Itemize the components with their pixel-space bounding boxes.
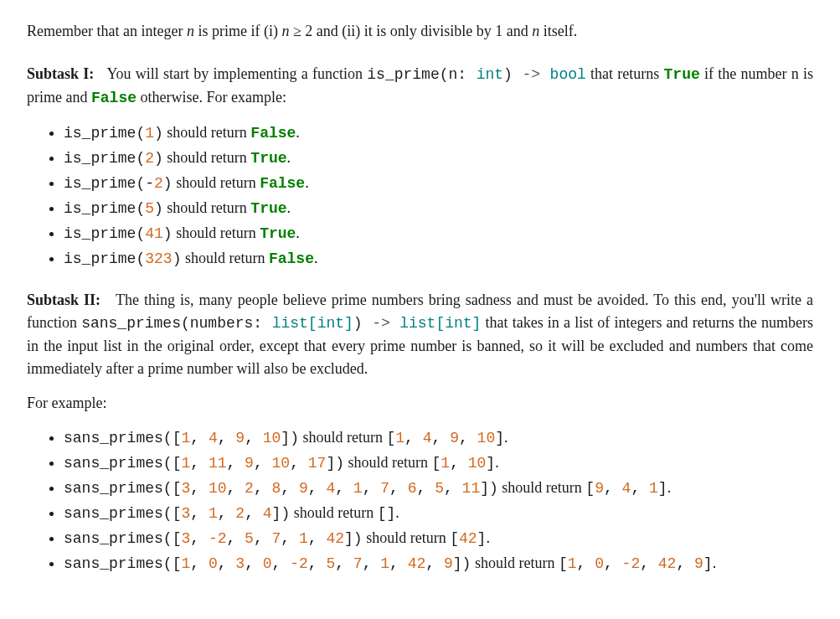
list-item: sans_primes([3, 10, 2, 8, 9, 4, 1, 7, 6,…	[64, 477, 813, 500]
for-example: For example:	[27, 392, 813, 415]
list-item: is_prime(323) should return False.	[64, 247, 813, 271]
subtask-1-label: Subtask I:	[27, 65, 94, 82]
list-item: sans_primes([3, 1, 2, 4]) should return …	[64, 502, 813, 525]
list-item: is_prime(5) should return True.	[64, 197, 813, 220]
list-item: sans_primes([1, 11, 9, 10, 17]) should r…	[64, 451, 813, 475]
subtask-2-lead: Subtask II: The thing is, many people be…	[27, 289, 813, 380]
subtask-1-text-pre: You will start by implementing a functio…	[106, 65, 367, 82]
list-item: is_prime(1) should return False.	[64, 121, 813, 145]
list-item: is_prime(2) should return True.	[64, 147, 813, 170]
subtask-2-sig: sans_primes(numbers: list[int]) -> list[…	[81, 315, 481, 332]
subtask-2: Subtask II: The thing is, many people be…	[27, 289, 813, 575]
subtask-2-label: Subtask II:	[27, 291, 100, 308]
subtask-1: Subtask I: You will start by implementin…	[27, 63, 813, 271]
list-item: is_prime(41) should return True.	[64, 222, 813, 245]
list-item: sans_primes([1, 0, 3, 0, -2, 5, 7, 1, 42…	[64, 552, 813, 575]
subtask-2-examples: sans_primes([1, 4, 9, 10]) should return…	[27, 426, 813, 575]
list-item: sans_primes([1, 4, 9, 10]) should return…	[64, 426, 813, 450]
intro-paragraph: Remember that an integer n is prime if (…	[27, 20, 813, 43]
subtask-1-lead: Subtask I: You will start by implementin…	[27, 63, 813, 110]
subtask-1-examples: is_prime(1) should return False. is_prim…	[27, 121, 813, 271]
list-item: sans_primes([3, -2, 5, 7, 1, 42]) should…	[64, 527, 813, 550]
subtask-1-sig: is_prime(n: int) -> bool	[367, 66, 586, 83]
list-item: is_prime(-2) should return False.	[64, 172, 813, 195]
